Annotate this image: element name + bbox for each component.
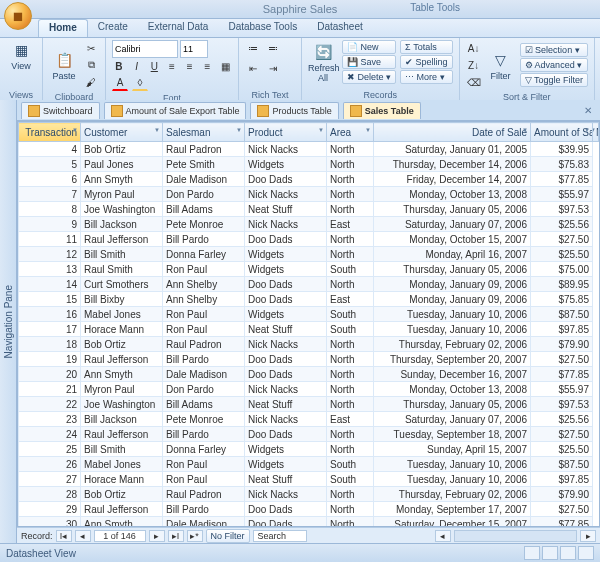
delete-button[interactable]: ✖ Delete ▾	[342, 70, 396, 84]
cell[interactable]: North	[327, 172, 374, 187]
last-record-button[interactable]: ▸I	[168, 530, 184, 542]
table-row[interactable]: 30Ann SmythDale MadisonDoo DadsNorthSatu…	[19, 517, 599, 528]
cell[interactable]: Doo Dads	[245, 352, 327, 367]
first-record-button[interactable]: I◂	[56, 530, 72, 542]
cell[interactable]: Widgets	[245, 262, 327, 277]
cell[interactable]: North	[327, 502, 374, 517]
cell[interactable]: Ann Smyth	[81, 517, 163, 528]
grid-button[interactable]: ▦	[218, 58, 232, 74]
table-row[interactable]: 16Mabel JonesRon PaulWidgetsSouthTuesday…	[19, 307, 599, 322]
cell[interactable]: Doo Dads	[245, 292, 327, 307]
cell[interactable]: 6	[19, 172, 81, 187]
table-row[interactable]: 23Bill JacksonPete MonroeNick NacksEastS…	[19, 412, 599, 427]
cell[interactable]: South	[327, 322, 374, 337]
table-row[interactable]: 19Raul JeffersonBill PardoDoo DadsNorthT…	[19, 352, 599, 367]
cell[interactable]: Thursday, February 02, 2006	[374, 337, 531, 352]
cell[interactable]: Nick Nacks	[245, 382, 327, 397]
object-tab-amount-of-sale-export-table[interactable]: Amount of Sale Export Table	[104, 102, 247, 119]
cell[interactable]: 9	[19, 217, 81, 232]
cell[interactable]: Neat Stuff	[245, 472, 327, 487]
cell[interactable]: Doo Dads	[245, 517, 327, 528]
pivot-view-button[interactable]	[542, 546, 558, 560]
cell[interactable]: Thursday, September 20, 2007	[374, 352, 531, 367]
cell[interactable]: $77.85	[531, 172, 593, 187]
hscroll-left[interactable]: ◂	[435, 530, 451, 542]
cell[interactable]: Neat Stuff	[245, 397, 327, 412]
table-row[interactable]: 8Joe WashingtonBill AdamsNeat StuffNorth…	[19, 202, 599, 217]
cell[interactable]: $77.85	[531, 367, 593, 382]
cell[interactable]: Monday, January 09, 2006	[374, 292, 531, 307]
no-filter-indicator[interactable]: No Filter	[206, 529, 250, 543]
font-color-button[interactable]: A	[112, 74, 128, 91]
cell[interactable]: Nick Nacks	[245, 187, 327, 202]
cell[interactable]: Don Pardo	[163, 187, 245, 202]
cell[interactable]: Raul Jefferson	[81, 502, 163, 517]
cell[interactable]: $97.85	[531, 472, 593, 487]
sort-desc-button[interactable]: Z↓	[466, 57, 482, 73]
cell[interactable]: $75.85	[531, 292, 593, 307]
column-header-amount-of-sale[interactable]: Amount of Sale ▼	[531, 123, 593, 142]
cell[interactable]: Ron Paul	[163, 262, 245, 277]
selection-button[interactable]: ☑ Selection ▾	[520, 43, 588, 57]
cell[interactable]: Ron Paul	[163, 322, 245, 337]
hscroll-track[interactable]	[454, 530, 577, 542]
cell[interactable]: Don Pardo	[163, 382, 245, 397]
cell[interactable]: Mabel Jones	[81, 307, 163, 322]
cell[interactable]: North	[327, 142, 374, 157]
spelling-button[interactable]: ✔ Spelling	[400, 55, 453, 69]
font-name[interactable]	[112, 40, 178, 58]
cell[interactable]: Raul Smith	[81, 262, 163, 277]
cell[interactable]: Pete Monroe	[163, 217, 245, 232]
cell[interactable]: $79.90	[531, 337, 593, 352]
align-right-button[interactable]: ≡	[201, 58, 215, 74]
cell[interactable]: North	[327, 427, 374, 442]
hscroll-right[interactable]: ▸	[580, 530, 596, 542]
cell[interactable]: North	[327, 202, 374, 217]
cell[interactable]: North	[327, 337, 374, 352]
cell[interactable]: Doo Dads	[245, 367, 327, 382]
cell[interactable]: Bill Adams	[163, 397, 245, 412]
table-row[interactable]: 4Bob OrtizRaul PadronNick NacksNorthSatu…	[19, 142, 599, 157]
next-record-button[interactable]: ▸	[149, 530, 165, 542]
cell[interactable]: Bill Smith	[81, 442, 163, 457]
cell[interactable]: South	[327, 472, 374, 487]
cell[interactable]: East	[327, 292, 374, 307]
cell[interactable]: Nick Nacks	[245, 337, 327, 352]
cell[interactable]: Bill Pardo	[163, 502, 245, 517]
align-center-button[interactable]: ≡	[183, 58, 197, 74]
cell[interactable]: Pete Monroe	[163, 412, 245, 427]
cell[interactable]: Ron Paul	[163, 472, 245, 487]
cell[interactable]: Nick Nacks	[245, 217, 327, 232]
cell[interactable]: Bob Ortiz	[81, 142, 163, 157]
cell[interactable]: Saturday, December 15, 2007	[374, 517, 531, 528]
cell[interactable]: 29	[19, 502, 81, 517]
cell[interactable]: $97.53	[531, 397, 593, 412]
cell[interactable]: Saturday, January 07, 2006	[374, 217, 531, 232]
cell[interactable]: $97.53	[531, 202, 593, 217]
cell[interactable]: Friday, December 14, 2007	[374, 172, 531, 187]
filter-button[interactable]: ▽Filter	[486, 50, 516, 81]
table-row[interactable]: 17Horace MannRon PaulNeat StuffSouthTues…	[19, 322, 599, 337]
cell[interactable]: Widgets	[245, 247, 327, 262]
cell[interactable]: Dale Madison	[163, 172, 245, 187]
table-row[interactable]: 21Myron PaulDon PardoNick NacksNorthMond…	[19, 382, 599, 397]
cell[interactable]: $97.85	[531, 322, 593, 337]
cell[interactable]: Doo Dads	[245, 172, 327, 187]
cell[interactable]: Donna Farley	[163, 247, 245, 262]
cell[interactable]: Dale Madison	[163, 517, 245, 528]
cell[interactable]: Tuesday, January 10, 2006	[374, 472, 531, 487]
cell[interactable]: Ann Shelby	[163, 277, 245, 292]
table-row[interactable]: 6Ann SmythDale MadisonDoo DadsNorthFrida…	[19, 172, 599, 187]
paint-icon[interactable]: 🖌	[83, 74, 99, 90]
cell[interactable]: Widgets	[245, 442, 327, 457]
new-record-button[interactable]: 📄 New	[342, 40, 396, 54]
cell[interactable]: $25.50	[531, 247, 593, 262]
cell[interactable]: Doo Dads	[245, 427, 327, 442]
indent-right-button[interactable]: ⇥	[265, 60, 281, 76]
cell[interactable]: Joe Washington	[81, 202, 163, 217]
record-position[interactable]: 1 of 146	[94, 530, 146, 542]
object-tab-sales-table[interactable]: Sales Table	[343, 102, 421, 119]
italic-button[interactable]: I	[130, 58, 144, 74]
cell[interactable]: 16	[19, 307, 81, 322]
paste-button[interactable]: 📋Paste	[49, 50, 79, 81]
